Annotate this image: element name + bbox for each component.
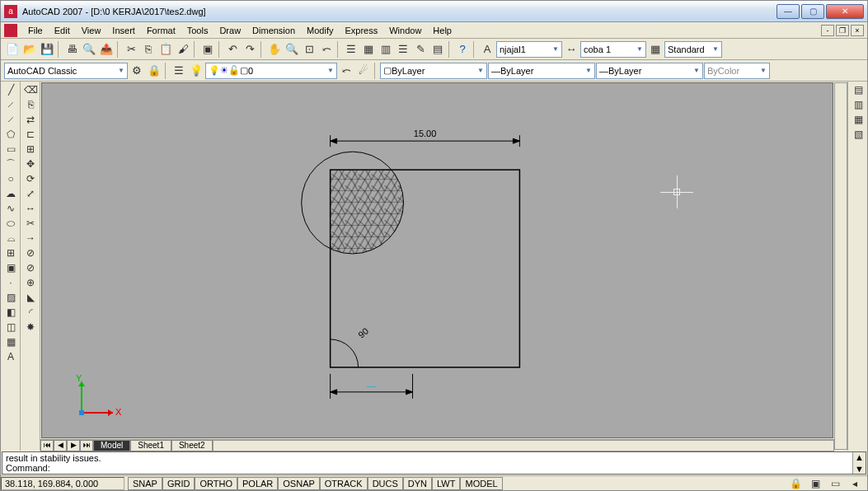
circle-icon[interactable]: ○ [2, 171, 20, 186]
tab-first-button[interactable]: ⏮ [40, 440, 54, 451]
status-polar[interactable]: POLAR [237, 477, 278, 490]
pan-icon[interactable]: ✋ [266, 41, 283, 58]
tablestyle-icon[interactable]: ▦ [647, 41, 664, 58]
help-icon[interactable]: ? [454, 41, 471, 58]
paste-icon[interactable]: 📋 [157, 41, 174, 58]
palette-icon-3[interactable]: ▦ [849, 112, 867, 127]
polyline-icon[interactable]: ⟋ [2, 112, 20, 127]
layer-states-icon[interactable]: 💡 [188, 63, 204, 79]
revcloud-icon[interactable]: ☁ [2, 186, 20, 201]
toolbar-lock-icon[interactable]: 🔒 [146, 63, 162, 79]
close-button[interactable]: ✕ [826, 4, 864, 19]
dimstyle-icon[interactable]: ↔ [563, 41, 579, 58]
menu-file[interactable]: File [22, 24, 49, 37]
status-grid[interactable]: GRID [162, 477, 195, 490]
gradient-icon[interactable]: ◧ [2, 305, 20, 320]
join-icon[interactable]: ⊕ [21, 275, 40, 290]
quickcalc-icon[interactable]: ▤ [429, 41, 446, 58]
properties-icon[interactable]: ☰ [343, 41, 359, 58]
publish-icon[interactable]: 📤 [98, 41, 115, 58]
tab-sheet2[interactable]: Sheet2 [171, 440, 213, 451]
menu-format[interactable]: Format [141, 24, 181, 37]
status-osnap[interactable]: OSNAP [278, 477, 320, 490]
horizontal-scrollbar[interactable] [213, 440, 834, 451]
plot-preview-icon[interactable]: 🔍 [81, 41, 97, 58]
zoom-realtime-icon[interactable]: 🔍 [284, 41, 300, 58]
layer-properties-icon[interactable]: ☰ [171, 63, 187, 79]
xline-icon[interactable]: ⟋ [2, 97, 20, 112]
cut-icon[interactable]: ✂ [123, 41, 139, 58]
palette-icon-4[interactable]: ▧ [849, 127, 867, 142]
textstyle-icon[interactable]: A [479, 41, 495, 58]
tab-prev-button[interactable]: ◀ [54, 440, 67, 451]
stretch-icon[interactable]: ↔ [21, 201, 40, 216]
make-block-icon[interactable]: ▣ [2, 260, 20, 275]
lineweight-combo[interactable]: — ByLayer▼ [596, 63, 703, 79]
tray-clean-icon[interactable]: ▭ [826, 476, 844, 491]
palette-icon-1[interactable]: ▤ [849, 82, 867, 97]
mirror-icon[interactable]: ⇄ [21, 112, 40, 127]
menu-help[interactable]: Help [427, 24, 457, 37]
menu-express[interactable]: Express [339, 24, 383, 37]
menu-insert[interactable]: Insert [106, 24, 141, 37]
status-dyn[interactable]: DYN [403, 477, 432, 490]
table-icon[interactable]: ▦ [2, 334, 20, 349]
design-center-icon[interactable]: ▦ [360, 41, 377, 58]
zoom-previous-icon[interactable]: ⤺ [318, 41, 335, 58]
zoom-window-icon[interactable]: ⊡ [301, 41, 317, 58]
workspace-combo[interactable]: AutoCAD Classic▼ [4, 63, 128, 79]
tray-comm-icon[interactable]: 🔒 [786, 476, 805, 491]
vertical-scrollbar[interactable] [834, 82, 847, 450]
plot-icon[interactable]: 🖶 [63, 41, 80, 58]
drawing-canvas[interactable]: 15.00 [41, 82, 833, 438]
chamfer-icon[interactable]: ◣ [21, 290, 40, 305]
status-ducs[interactable]: DUCS [368, 477, 403, 490]
command-window[interactable]: result in stability issues. Command: ▲▼ [2, 451, 866, 475]
palette-icon-2[interactable]: ▥ [849, 97, 867, 112]
menu-tools[interactable]: Tools [181, 24, 214, 37]
tab-sheet1[interactable]: Sheet1 [130, 440, 171, 451]
menu-modify[interactable]: Modify [301, 24, 339, 37]
menu-dimension[interactable]: Dimension [246, 24, 301, 37]
polygon-icon[interactable]: ⬠ [2, 127, 20, 142]
tray-arrow-icon[interactable]: ◂ [846, 476, 864, 491]
coordinate-display[interactable]: 38.118, 169.884, 0.000 [1, 477, 124, 490]
sheet-set-icon[interactable]: ☰ [395, 41, 411, 58]
mdi-restore-button[interactable]: ❐ [836, 25, 849, 36]
open-icon[interactable]: 📂 [21, 41, 38, 58]
offset-icon[interactable]: ⊏ [21, 127, 40, 142]
tray-annotation-icon[interactable]: ▣ [806, 476, 824, 491]
mtext-icon[interactable]: A [2, 349, 20, 364]
region-icon[interactable]: ◫ [2, 320, 20, 334]
fillet-icon[interactable]: ◜ [21, 305, 40, 320]
undo-icon[interactable]: ↶ [224, 41, 241, 58]
status-otrack[interactable]: OTRACK [320, 477, 368, 490]
match-properties-icon[interactable]: 🖌 [175, 41, 191, 58]
extend-icon[interactable]: → [21, 231, 40, 246]
qnew-icon[interactable]: 📄 [4, 41, 21, 58]
ellipse-icon[interactable]: ⬭ [2, 216, 20, 231]
tablestyle-combo[interactable]: Standard▼ [664, 41, 722, 58]
maximize-button[interactable]: ▢ [801, 4, 824, 19]
trim-icon[interactable]: ✂ [21, 216, 40, 231]
layer-combo[interactable]: 💡☀🔓▢ 0▼ [205, 63, 337, 79]
ellipse-arc-icon[interactable]: ⌓ [2, 231, 20, 246]
save-icon[interactable]: 💾 [39, 41, 55, 58]
status-model[interactable]: MODEL [460, 477, 502, 490]
status-snap[interactable]: SNAP [128, 477, 162, 490]
spline-icon[interactable]: ∿ [2, 201, 20, 216]
block-editor-icon[interactable]: ▣ [199, 41, 216, 58]
break-icon[interactable]: ⊘ [21, 260, 40, 275]
dimstyle-combo[interactable]: coba 1▼ [580, 41, 646, 58]
redo-icon[interactable]: ↷ [242, 41, 258, 58]
linetype-combo[interactable]: — ByLayer▼ [488, 63, 595, 79]
array-icon[interactable]: ⊞ [21, 142, 40, 157]
mdi-close-button[interactable]: × [851, 25, 864, 36]
menu-window[interactable]: Window [383, 24, 427, 37]
workspace-settings-icon[interactable]: ⚙ [129, 63, 145, 79]
rectangle-icon[interactable]: ▭ [2, 142, 20, 157]
hatch-icon[interactable]: ▨ [2, 290, 20, 305]
move-icon[interactable]: ✥ [21, 157, 40, 171]
status-ortho[interactable]: ORTHO [195, 477, 237, 490]
explode-icon[interactable]: ✸ [21, 320, 40, 334]
